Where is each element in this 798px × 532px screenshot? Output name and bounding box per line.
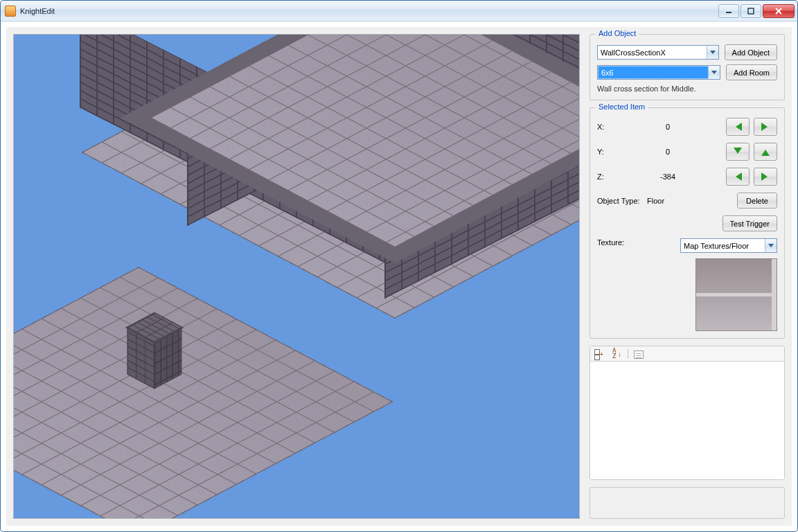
app-window: KnightEdit (0, 0, 798, 532)
value-object-type: Floor (647, 197, 689, 205)
chevron-down-icon (765, 239, 777, 252)
viewport-3d[interactable] (13, 34, 580, 519)
combo-value: 6x6 (598, 66, 708, 79)
client-area: Add Object WallCrossSectionX Add Object … (6, 27, 792, 526)
room-size-combo[interactable]: 6x6 (597, 65, 720, 80)
object-type-combo[interactable]: WallCrossSectionX (597, 45, 719, 60)
property-pages-icon[interactable] (634, 351, 644, 359)
add-room-button[interactable]: Add Room (726, 64, 777, 80)
label-y: Y: (597, 148, 647, 156)
app-icon (5, 6, 16, 17)
arrow-down-icon (734, 148, 742, 158)
add-object-hint: Wall cross section for Middle. (597, 85, 777, 93)
minimize-button[interactable] (718, 4, 739, 18)
arrow-right-icon (761, 172, 772, 181)
side-panel: Add Object WallCrossSectionX Add Object … (589, 34, 785, 519)
z-decrease-button[interactable] (726, 168, 750, 186)
groupbox-selected-item: Selected Item X: 0 Y: 0 (589, 107, 785, 339)
chevron-down-icon (708, 66, 720, 79)
label-z: Z: (597, 172, 647, 181)
floor-small (13, 267, 393, 519)
chevron-down-icon (707, 46, 718, 59)
arrow-right-icon (761, 123, 772, 131)
label-texture: Texture: (597, 238, 647, 247)
property-grid-toolbar: + ↓ (590, 346, 784, 362)
y-increase-button[interactable] (754, 143, 777, 161)
property-grid[interactable]: + ↓ (589, 346, 785, 480)
test-trigger-button[interactable]: Test Trigger (722, 215, 777, 231)
groupbox-add-object: Add Object WallCrossSectionX Add Object … (589, 34, 785, 100)
value-y: 0 (647, 148, 689, 156)
texture-combo[interactable]: Map Textures/Floor (680, 238, 777, 253)
y-decrease-button[interactable] (726, 143, 750, 161)
svg-rect-1 (748, 8, 754, 14)
arrow-left-icon (732, 172, 742, 181)
titlebar[interactable]: KnightEdit (1, 1, 797, 21)
x-decrease-button[interactable] (726, 118, 750, 136)
combo-value: Map Textures/Floor (684, 242, 765, 250)
label-object-type: Object Type: (597, 197, 647, 205)
arrow-up-icon (761, 145, 770, 156)
arrow-left-icon (732, 123, 742, 131)
add-object-button[interactable]: Add Object (725, 44, 777, 60)
property-list[interactable] (590, 362, 784, 479)
property-description (589, 487, 785, 519)
alphabetical-icon[interactable]: ↓ (611, 348, 622, 360)
groupbox-legend: Selected Item (596, 103, 648, 111)
value-x: 0 (647, 123, 689, 131)
label-x: X: (597, 123, 647, 131)
categorized-icon[interactable]: + (594, 348, 605, 360)
maximize-button[interactable] (741, 4, 761, 18)
delete-button[interactable]: Delete (737, 193, 777, 209)
window-title: KnightEdit (20, 7, 55, 15)
groupbox-legend: Add Object (596, 29, 639, 37)
close-button[interactable] (763, 4, 795, 18)
z-increase-button[interactable] (754, 168, 777, 186)
value-z: -384 (647, 172, 689, 181)
x-increase-button[interactable] (754, 118, 777, 136)
texture-preview (695, 258, 777, 331)
combo-value: WallCrossSectionX (601, 48, 707, 57)
